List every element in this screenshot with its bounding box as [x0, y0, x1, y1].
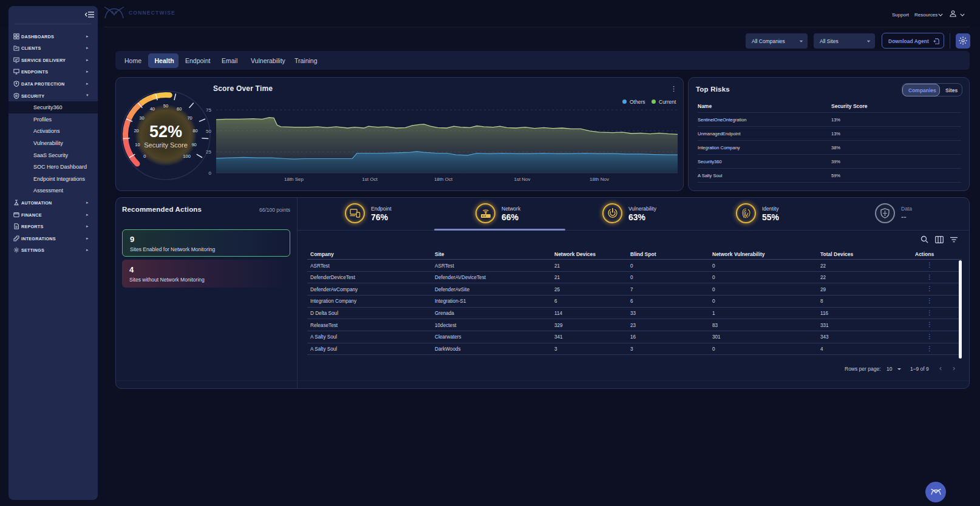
svg-text:50: 50: [206, 129, 211, 134]
svg-text:Security Score: Security Score: [144, 141, 188, 149]
svg-text:1st Oct: 1st Oct: [362, 177, 378, 182]
svg-text:25: 25: [206, 149, 211, 155]
svg-text:18th Sep: 18th Sep: [284, 177, 304, 182]
svg-text:50: 50: [163, 103, 168, 109]
svg-text:1st Nov: 1st Nov: [514, 177, 530, 182]
svg-text:20: 20: [134, 128, 138, 133]
svg-text:40: 40: [150, 106, 155, 112]
svg-text:60: 60: [177, 106, 182, 112]
svg-text:0: 0: [143, 153, 146, 159]
svg-text:52%: 52%: [149, 123, 182, 141]
svg-text:90: 90: [191, 142, 196, 147]
svg-text:18th Nov: 18th Nov: [590, 177, 609, 182]
svg-text:30: 30: [139, 115, 144, 121]
svg-text:10: 10: [135, 142, 140, 147]
svg-text:100: 100: [183, 153, 191, 159]
svg-text:80: 80: [192, 128, 197, 133]
svg-text:70: 70: [187, 115, 192, 121]
svg-text:75: 75: [206, 107, 211, 113]
svg-text:18th Oct: 18th Oct: [434, 177, 453, 182]
svg-text:0: 0: [209, 170, 212, 176]
